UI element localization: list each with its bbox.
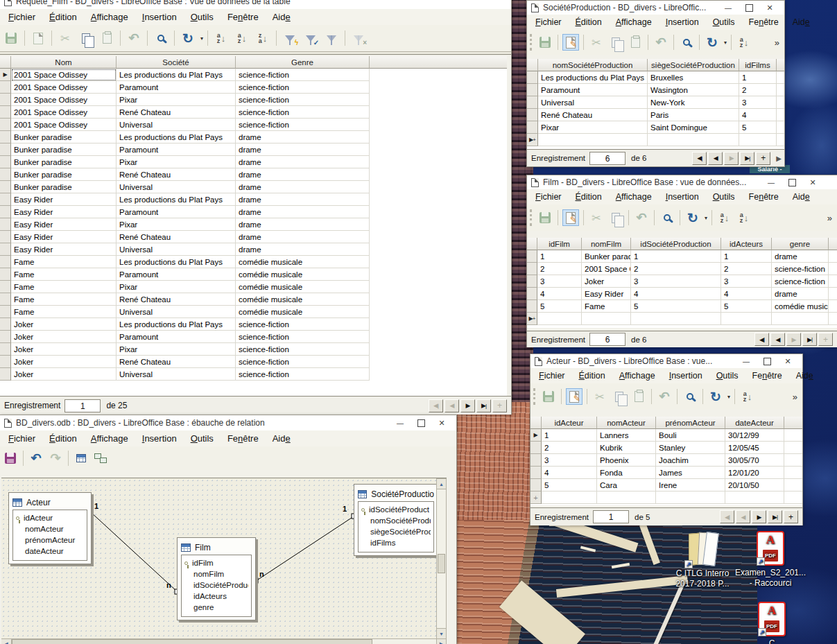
undo-icon[interactable] — [28, 450, 44, 467]
row-selector[interactable] — [0, 281, 11, 293]
undo-icon[interactable] — [633, 209, 650, 226]
first-record-button[interactable] — [692, 152, 707, 165]
next-record-button[interactable] — [786, 333, 801, 346]
table-cell[interactable]: comédie musicale — [236, 293, 370, 306]
table-cell[interactable]: 2001 Space Odissey — [11, 106, 117, 119]
scroll-up-icon[interactable]: ▲ — [437, 479, 446, 489]
menu-item-aide[interactable]: Aide — [787, 191, 816, 202]
row-selector[interactable] — [530, 442, 542, 454]
refresh-icon[interactable] — [704, 34, 720, 51]
table-cell[interactable]: Paramount — [117, 268, 236, 281]
sort-descending-icon[interactable] — [736, 209, 752, 226]
entity-societe-production[interactable]: SociétéProductioidSociétéProductnomSocié… — [354, 484, 438, 556]
previous-record-button[interactable] — [708, 152, 723, 165]
row-selector[interactable] — [530, 429, 542, 442]
next-record-button[interactable] — [724, 152, 739, 165]
column-header-dateActeur[interactable]: dateActeur — [725, 417, 784, 429]
table-cell[interactable]: comédie musicale — [236, 306, 370, 318]
menu-item-fichier[interactable]: Fichier — [530, 191, 567, 202]
row-selector[interactable] — [0, 119, 11, 131]
menu-item-affichage[interactable]: Affichage — [610, 17, 657, 28]
refresh-icon[interactable] — [684, 209, 701, 226]
row-selector[interactable] — [0, 318, 11, 331]
table-cell[interactable]: 1 — [631, 250, 721, 263]
row-selector[interactable] — [0, 168, 11, 181]
table-row[interactable]: 1Bunker paradise11drame — [527, 250, 837, 263]
table-cell[interactable]: 30/05/70 — [725, 454, 784, 467]
table-cell[interactable]: Easy Rider — [11, 193, 117, 206]
table-row[interactable]: 2001 Space OdisseyParamountscience-ficti… — [0, 81, 507, 94]
menu-item-affichage[interactable]: Affichage — [85, 11, 134, 23]
table-cell[interactable]: Bunker paradise — [11, 131, 117, 143]
table-row[interactable]: Bunker paradisePixardrame — [0, 156, 507, 168]
menu-item-aide[interactable]: Aide — [267, 433, 296, 444]
insert-row[interactable] — [527, 134, 784, 146]
last-record-button[interactable] — [476, 399, 491, 412]
menu-item-insertion[interactable]: Insertion — [664, 370, 708, 381]
search-icon[interactable] — [678, 34, 695, 51]
table-cell[interactable]: 2001 Space Odissey — [11, 119, 117, 131]
refresh-dropdown-icon[interactable] — [727, 394, 730, 400]
table-row[interactable]: 2KubrikStanley12/05/45 — [530, 442, 802, 454]
row-selector[interactable] — [527, 109, 538, 121]
table-cell[interactable]: comédie musicale — [236, 256, 370, 268]
table-cell[interactable]: Paris — [648, 109, 739, 121]
close-icon[interactable] — [802, 177, 823, 188]
table-row[interactable]: JokerUniversalscience-fiction — [0, 368, 507, 381]
table-cell[interactable]: Joachim — [656, 454, 725, 467]
entity-field[interactable]: idSociétéProduct — [361, 504, 431, 515]
menu-item-édition[interactable]: Édition — [44, 11, 83, 23]
refresh-dropdown-icon[interactable] — [200, 35, 203, 42]
table-row[interactable]: Bunker paradiseLes productions du Plat P… — [0, 131, 507, 143]
copy-icon[interactable] — [77, 29, 95, 47]
table-cell[interactable]: Fame — [11, 293, 117, 306]
menu-item-affichage[interactable]: Affichage — [614, 370, 661, 381]
table-cell[interactable]: 2 — [631, 263, 721, 275]
table-cell[interactable]: Pixar — [117, 156, 236, 168]
row-selector[interactable] — [0, 143, 11, 156]
table-cell[interactable] — [739, 134, 777, 146]
row-selector[interactable] — [0, 343, 11, 356]
scrollbar-thumb[interactable] — [438, 554, 445, 573]
table-cell[interactable]: Universal — [117, 368, 236, 381]
edit-data-icon[interactable] — [562, 209, 579, 226]
table-cell[interactable]: Joker — [11, 368, 117, 381]
table-cell[interactable]: Pixar — [117, 218, 236, 231]
table-cell[interactable]: René Chateau — [117, 356, 236, 368]
relation-canvas[interactable]: 1 n n 1 ActeuridActeurnomActeurprénomAct… — [1, 478, 447, 638]
table-cell[interactable]: Bruxelles — [648, 71, 739, 84]
table-row[interactable]: JokerParamountscience-fiction — [0, 331, 507, 343]
row-selector[interactable] — [0, 206, 11, 218]
table-cell[interactable]: Les productions du Plat Pays — [117, 131, 236, 143]
entity-film[interactable]: FilmidFilmnomFilmidSociétéProductidActeu… — [177, 537, 256, 620]
column-header-Genre[interactable]: Genre — [236, 56, 370, 69]
paste-icon[interactable] — [627, 34, 644, 51]
table-cell[interactable]: Joker — [11, 343, 117, 356]
new-relation-icon[interactable] — [92, 450, 109, 467]
table-row[interactable]: Bunker paradiseParamountdrame — [0, 143, 507, 156]
maximize-icon[interactable] — [782, 177, 802, 188]
menu-item-fichier[interactable]: Fichier — [530, 17, 567, 28]
new-record-button[interactable] — [492, 399, 507, 412]
table-cell[interactable]: drame — [236, 143, 370, 156]
table-cell[interactable]: science-fiction — [236, 81, 370, 94]
table-cell[interactable]: 5 — [542, 479, 597, 491]
table-cell[interactable]: science-fiction — [236, 356, 370, 368]
menu-item-édition[interactable]: Édition — [570, 17, 607, 28]
column-header-nomFilm[interactable]: nomFilm — [582, 238, 631, 250]
table-cell[interactable]: Bunker paradise — [582, 250, 631, 263]
sort-ascending-icon[interactable] — [739, 388, 756, 405]
column-header-idSociétéProduction[interactable]: idSociétéProduction — [631, 238, 721, 250]
table-row[interactable]: 2001 Space OdisseyPixarscience-fiction — [0, 94, 507, 106]
column-header-Nom[interactable]: Nom — [11, 56, 117, 69]
record-number-input[interactable]: 6 — [589, 333, 625, 346]
minimize-icon[interactable] — [761, 177, 782, 188]
table-cell[interactable]: 3 — [739, 96, 777, 109]
table-cell[interactable]: Wasington — [648, 84, 739, 96]
menu-item-outils[interactable]: Outils — [707, 191, 741, 202]
new-record-button[interactable] — [784, 510, 798, 523]
table-cell[interactable]: Bunker paradise — [11, 181, 117, 193]
insert-row[interactable] — [530, 491, 802, 504]
close-icon[interactable] — [777, 356, 798, 367]
last-record-button[interactable] — [768, 510, 782, 523]
